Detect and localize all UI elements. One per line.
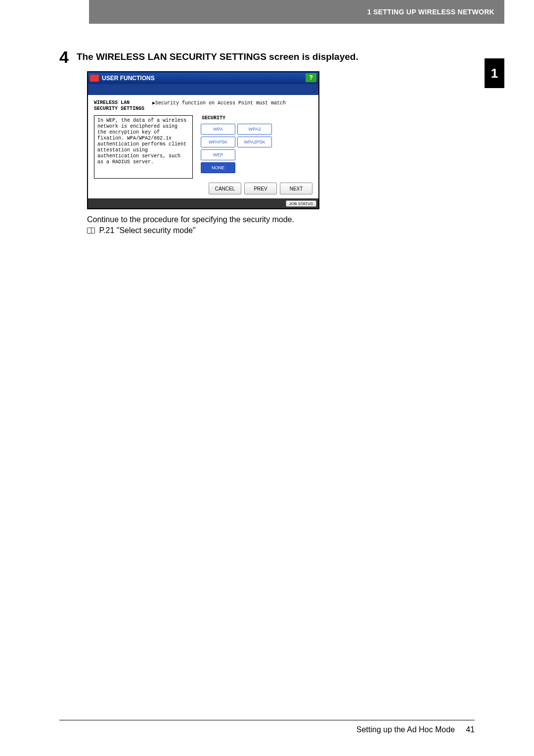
step-block: 4 The WIRELESS LAN SECURITY SETTINGS scr… <box>59 48 455 65</box>
wep-button[interactable]: WEP <box>201 149 235 160</box>
prev-button[interactable]: PREV <box>244 183 277 194</box>
cancel-button[interactable]: CANCEL <box>209 183 241 194</box>
wpapsk-button[interactable]: WPAPSK <box>201 137 235 147</box>
book-icon <box>87 228 95 234</box>
page-footer: Setting up the Ad Hoc Mode 41 <box>59 720 475 734</box>
embedded-screenshot: USER FUNCTIONS ? WIRELESS LAN SECURITY S… <box>87 71 319 209</box>
app-logo-icon <box>90 75 99 82</box>
step-number: 4 <box>59 48 69 65</box>
continue-line: Continue to the procedure for specifying… <box>87 214 455 225</box>
cross-reference: P.21 "Select security mode" <box>99 226 195 235</box>
window-titlebar: USER FUNCTIONS ? <box>88 72 318 84</box>
job-status-button[interactable]: JOB STATUS <box>286 200 316 207</box>
none-button[interactable]: NONE <box>201 162 235 173</box>
next-button[interactable]: NEXT <box>280 183 312 194</box>
hint-text: ▶Security function on Access Point must … <box>152 100 286 106</box>
dialog-body: WIRELESS LAN SECURITY SETTINGS ▶Security… <box>88 95 318 198</box>
wpa-button[interactable]: WPA <box>201 124 235 135</box>
screen-name-label: WIRELESS LAN SECURITY SETTINGS <box>94 100 144 111</box>
description-box: In WEP, the data of a wireless network i… <box>94 115 193 179</box>
window-title: USER FUNCTIONS <box>102 75 155 82</box>
after-text: Continue to the procedure for specifying… <box>87 214 455 236</box>
chapter-number: 1 <box>491 66 498 81</box>
security-label: SECURITY <box>202 115 225 121</box>
footer-section: Setting up the Ad Hoc Mode <box>356 725 455 734</box>
running-head-text: 1 SETTING UP WIRELESS NETWORK <box>367 8 494 16</box>
step-title: The WIRELESS LAN SECURITY SETTINGS scree… <box>77 48 358 62</box>
chapter-tab: 1 <box>485 58 504 88</box>
help-button[interactable]: ? <box>306 73 316 82</box>
toolbar-strip <box>88 84 318 95</box>
wpa2psk-button[interactable]: WPA2PSK <box>237 137 272 147</box>
running-head: 1 SETTING UP WIRELESS NETWORK <box>89 0 504 24</box>
status-bar: JOB STATUS <box>88 198 318 208</box>
wpa2-button[interactable]: WPA2 <box>237 124 272 135</box>
footer-page-number: 41 <box>466 725 475 734</box>
